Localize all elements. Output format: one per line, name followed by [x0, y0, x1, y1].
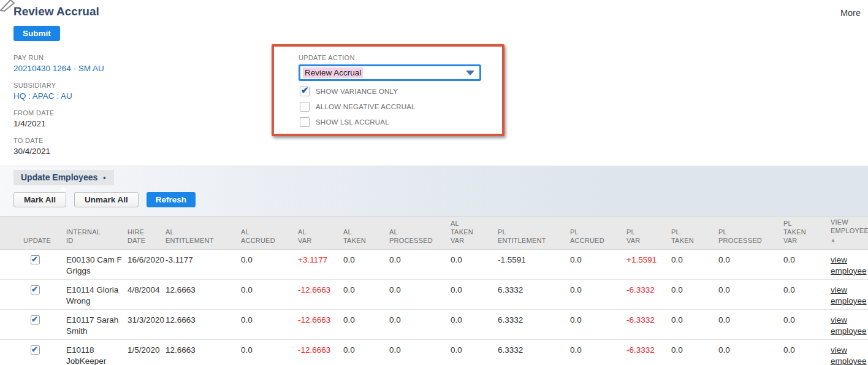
column-label: ALENTITLEMENT [166, 228, 214, 244]
column-header-internal_id[interactable]: INTERNALID [66, 217, 128, 250]
show-lsl-accrual-label: SHOW LSL ACCRUAL [316, 118, 389, 126]
column-header-pl_processed[interactable]: PLPROCESSED [718, 217, 783, 250]
pay-run-link[interactable]: 20210430 1264 - SM AU [13, 63, 104, 74]
column-label: ALVAR [298, 228, 311, 244]
cell-al_processed: 0.0 [389, 250, 451, 280]
view-employee-link[interactable]: view employee [831, 315, 867, 336]
show-lsl-accrual-checkbox[interactable]: ✔ [300, 117, 310, 127]
cell-pl_processed: 0.0 [718, 280, 783, 310]
cell-update: ✔ [0, 340, 66, 365]
column-label: PLTAKENVAR [783, 220, 806, 244]
cell-al_accrued: 0.0 [241, 310, 298, 340]
column-header-al_processed[interactable]: ALPROCESSED [389, 217, 451, 250]
cell-pl_taken: 0.0 [671, 250, 718, 280]
row-update-checkbox[interactable]: ✔ [31, 285, 40, 294]
cell-al_var: -12.6663 [298, 340, 343, 365]
to-date-value: 30/4/2021 [13, 146, 104, 156]
cell-pl_accrued: 0.0 [570, 250, 626, 280]
column-header-hire_date[interactable]: HIREDATE [128, 217, 166, 250]
cell-al_accrued: 0.0 [241, 280, 298, 310]
cell-al_accrued: 0.0 [241, 250, 298, 280]
show-variance-only-row: ✔ SHOW VARIANCE ONLY [300, 86, 502, 96]
column-header-pl_entitlement[interactable]: PLENTITLEMENT [498, 217, 570, 250]
column-header-pl_var[interactable]: PLVAR [626, 217, 671, 250]
view-employee-link[interactable]: view employee [831, 255, 867, 275]
active-tab-notch [59, 186, 67, 191]
cell-al_taken_var: 0.0 [451, 310, 498, 340]
table-row: ✔E10117 Sarah Smith31/3/202012.66630.0-1… [0, 310, 868, 340]
update-employees-panel: Update Employees • Mark All Unmark All R… [0, 166, 868, 365]
check-icon: ✔ [31, 284, 38, 295]
page-title: Review Accrual [13, 5, 99, 18]
cell-internal_id: E00130 Cam F Griggs [66, 250, 128, 280]
cell-al_var: -12.6663 [298, 280, 343, 310]
column-header-al_var[interactable]: ALVAR [298, 217, 343, 250]
column-header-al_taken_var[interactable]: ALTAKENVAR [451, 217, 498, 250]
cell-al_taken_var: 0.0 [451, 250, 498, 280]
cell-al_taken: 0.0 [343, 250, 389, 280]
subsidiary-link[interactable]: HQ : APAC : AU [13, 91, 104, 101]
show-variance-only-label: SHOW VARIANCE ONLY [316, 88, 398, 95]
tab-update-employees[interactable]: Update Employees • [13, 170, 114, 185]
more-menu[interactable]: More [840, 8, 861, 18]
cell-al_taken: 0.0 [343, 280, 389, 310]
column-label: PLACCRUED [570, 228, 604, 244]
show-variance-only-checkbox[interactable]: ✔ [300, 86, 310, 96]
cell-pl_entitlement: 6.3332 [498, 310, 570, 340]
column-header-al_taken[interactable]: ALTAKEN [343, 217, 389, 250]
column-header-pl_taken_var[interactable]: PLTAKENVAR [783, 217, 831, 250]
cell-pl_taken_var: 0.0 [783, 280, 831, 310]
cell-hire_date: 16/6/2020 [128, 250, 166, 280]
update-action-select[interactable]: Review Accrual [299, 64, 481, 81]
column-header-update_checked[interactable]: UPDATE [0, 217, 66, 250]
cell-pl_var: +1.5591 [626, 250, 671, 280]
view-employee-link[interactable]: view employee [831, 345, 867, 365]
check-icon: ✔ [301, 85, 309, 96]
column-label: PLTAKEN [671, 228, 694, 244]
column-label: ALTAKEN [343, 228, 366, 244]
column-label: UPDATE [23, 237, 51, 244]
cell-pl_taken_var: 0.0 [783, 340, 831, 365]
mark-all-button[interactable]: Mark All [13, 192, 66, 207]
column-header-view_employee[interactable]: VIEWEMPLOYEE▲ [831, 217, 868, 250]
sort-ascending-icon: ▲ [831, 236, 866, 245]
column-header-al_entitlement[interactable]: ALENTITLEMENT [166, 217, 241, 250]
cell-view-employee: view employee [831, 340, 868, 365]
cell-internal_id: E10114 Gloria Wrong [66, 280, 128, 310]
cell-pl_accrued: 0.0 [570, 340, 626, 365]
cell-pl_taken: 0.0 [671, 310, 718, 340]
field-subsidiary: SUBSIDIARY HQ : APAC : AU [13, 81, 104, 101]
row-update-checkbox[interactable]: ✔ [31, 345, 40, 355]
column-header-al_accrued[interactable]: ALACCRUED [241, 217, 298, 250]
column-label: PLVAR [626, 228, 640, 244]
allow-negative-accrual-checkbox[interactable]: ✔ [300, 102, 310, 112]
row-update-checkbox[interactable]: ✔ [31, 255, 40, 264]
unmark-all-button[interactable]: Unmark All [74, 192, 139, 207]
tab-label: Update Employees [21, 172, 97, 182]
cell-pl_processed: 0.0 [718, 310, 783, 340]
record-fields: PAY RUN 20210430 1264 - SM AU SUBSIDIARY… [13, 53, 104, 164]
column-label: ALACCRUED [241, 228, 275, 244]
column-header-pl_taken[interactable]: PLTAKEN [671, 217, 718, 250]
row-update-checkbox[interactable]: ✔ [31, 315, 40, 325]
refresh-button[interactable]: Refresh [147, 192, 196, 207]
view-employee-link[interactable]: view employee [831, 285, 867, 305]
column-header-pl_accrued[interactable]: PLACCRUED [570, 217, 626, 250]
cell-hire_date: 1/5/2020 [128, 340, 166, 365]
submit-button[interactable]: Submit [13, 26, 60, 41]
check-icon: ✔ [31, 254, 38, 265]
dropdown-arrow-icon [466, 71, 474, 75]
cell-pl_var: -6.3332 [626, 310, 671, 340]
cell-al_processed: 0.0 [389, 340, 451, 365]
from-date-value: 1/4/2021 [13, 118, 104, 129]
allow-negative-accrual-label: ALLOW NEGATIVE ACCRUAL [316, 103, 416, 110]
column-label: INTERNALID [66, 228, 101, 244]
cell-pl_var: -6.3332 [626, 280, 671, 310]
table-row: ✔E10114 Gloria Wrong4/8/200412.66630.0-1… [0, 280, 868, 310]
column-label: ALTAKENVAR [451, 220, 473, 244]
cell-al_entitlement: 12.6663 [166, 340, 241, 365]
cell-al_processed: 0.0 [389, 310, 451, 340]
sublist-toolbar: Update Employees • Mark All Unmark All R… [0, 166, 868, 216]
cell-al_entitlement: 12.6663 [166, 280, 241, 310]
check-icon: ✔ [31, 314, 38, 325]
